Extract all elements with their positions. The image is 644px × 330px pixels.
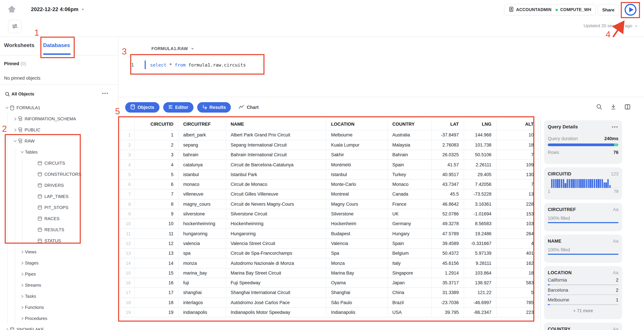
sidebar-item-procedures[interactable]: Procedures <box>0 313 118 324</box>
table-row[interactable]: 88magny_coursCircuit de Nevers Magny-Cou… <box>120 199 538 209</box>
table-cell[interactable]: Hungary <box>388 229 432 239</box>
table-cell[interactable]: 13 <box>496 189 538 199</box>
table-cell[interactable]: Valencia Street Circuit <box>226 239 326 249</box>
table-cell[interactable]: 3 <box>134 150 178 160</box>
table-cell[interactable]: 19 <box>134 308 178 318</box>
home-button[interactable] <box>7 5 17 15</box>
location-value-row[interactable]: Melbourne1 <box>548 297 618 305</box>
table-cell[interactable]: 49.3278 <box>432 219 464 229</box>
table-cell[interactable]: 144.968 <box>464 130 496 140</box>
sidebar-item-lap_times[interactable]: LAP_TIMES <box>0 191 118 202</box>
table-cell[interactable]: 45.5 <box>432 189 464 199</box>
table-cell[interactable]: Silverstone Circuit <box>226 209 326 219</box>
table-cell[interactable]: Singapore <box>388 268 432 278</box>
table-cell[interactable]: 50.5106 <box>464 150 496 160</box>
table-cell[interactable]: 2.26111 <box>464 160 496 170</box>
table-cell[interactable]: Circuit de Spa-Francorchamps <box>226 248 326 258</box>
table-cell[interactable]: 15 <box>134 268 178 278</box>
column-header-LOCATION[interactable]: LOCATION <box>326 118 388 130</box>
table-cell[interactable]: monaco <box>178 179 226 189</box>
sidebar-item-information_schema[interactable]: INFORMATION_SCHEMA <box>0 113 118 124</box>
table-cell[interactable]: 264 <box>496 229 538 239</box>
table-cell[interactable]: albert_park <box>178 130 226 140</box>
context-selector[interactable]: ACCOUNTADMIN COMPUTE_WH <box>504 4 596 15</box>
chevron-right-icon[interactable] <box>20 272 25 276</box>
table-cell[interactable]: 138.927 <box>464 278 496 288</box>
table-cell[interactable]: Japan <box>388 278 432 288</box>
sidebar-item-formula1[interactable]: FORMULA1 <box>0 102 118 113</box>
table-cell[interactable]: 10 <box>496 130 538 140</box>
table-cell[interactable]: 4 <box>496 239 538 249</box>
column-header-CIRCUITREF[interactable]: CIRCUITREF <box>178 118 226 130</box>
sidebar-item-tasks[interactable]: Tasks <box>0 291 118 302</box>
table-cell[interactable]: 26.0325 <box>432 150 464 160</box>
table-row[interactable]: 99silverstoneSilverstone CircuitSilverst… <box>120 209 538 219</box>
table-cell[interactable]: 46.8642 <box>432 199 464 209</box>
table-cell[interactable]: 7.42056 <box>464 179 496 189</box>
sidebar-item-tables[interactable]: Tables <box>0 147 118 158</box>
chevron-right-icon[interactable] <box>12 117 18 121</box>
table-cell[interactable]: hungaroring <box>178 229 226 239</box>
column-header-LNG[interactable]: LNG <box>464 118 496 130</box>
table-row[interactable]: 1818interlagosAutódromo José Carlos Pace… <box>120 298 538 308</box>
table-cell[interactable]: shanghai <box>178 288 226 298</box>
table-cell[interactable]: Shanghai <box>326 288 388 298</box>
table-cell[interactable]: silverstone <box>178 209 226 219</box>
sidebar-item-circuits[interactable]: CIRCUITS <box>0 158 118 169</box>
table-cell[interactable]: villeneuve <box>178 189 226 199</box>
table-row[interactable]: 44catalunyaCircuit de Barcelona-Cataluny… <box>120 160 538 170</box>
table-row[interactable]: 1515marina_bayMarina Bay Street CircuitM… <box>120 268 538 278</box>
table-cell[interactable]: 7 <box>134 189 178 199</box>
table-cell[interactable]: 6 <box>134 179 178 189</box>
table-cell[interactable]: Malaysia <box>388 140 432 150</box>
run-query-button[interactable] <box>622 3 638 17</box>
table-cell[interactable]: Monza <box>326 258 388 268</box>
table-cell[interactable]: Marina Bay <box>326 268 388 278</box>
table-cell[interactable]: -86.2347 <box>464 308 496 318</box>
table-cell[interactable]: spa <box>178 248 226 258</box>
table-cell[interactable]: 45.6156 <box>432 258 464 268</box>
table-cell[interactable]: bahrain <box>178 150 226 160</box>
chevron-down-icon[interactable] <box>4 106 10 109</box>
table-cell[interactable]: valencia <box>178 239 226 249</box>
table-cell[interactable]: 39.4589 <box>432 239 464 249</box>
tab-results[interactable]: Results <box>197 102 231 113</box>
table-cell[interactable]: Autodromo Nazionale di Monza <box>226 258 326 268</box>
table-cell[interactable]: 7 <box>496 179 538 189</box>
table-cell[interactable]: 3.16361 <box>464 199 496 209</box>
table-cell[interactable]: Budapest <box>326 229 388 239</box>
table-cell[interactable]: São Paulo <box>326 298 388 308</box>
table-cell[interactable]: 8 <box>134 199 178 209</box>
sidebar-item-pit_stops[interactable]: PIT_STOPS <box>0 202 118 213</box>
table-cell[interactable]: Fuji Speedway <box>226 278 326 288</box>
table-cell[interactable]: Shanghai International Circuit <box>226 288 326 298</box>
table-cell[interactable]: Sepang International Circuit <box>226 140 326 150</box>
table-cell[interactable]: 101.738 <box>464 140 496 150</box>
table-cell[interactable]: 401 <box>496 248 538 258</box>
table-cell[interactable]: Magny Cours <box>326 199 388 209</box>
table-cell[interactable]: 103.864 <box>464 268 496 278</box>
table-row[interactable]: 77villeneuveCircuit Gilles VilleneuveMon… <box>120 189 538 199</box>
table-cell[interactable]: Melbourne <box>326 130 388 140</box>
column-header-LAT[interactable]: LAT <box>432 118 464 130</box>
column-header-COUNTRY[interactable]: COUNTRY <box>388 118 432 130</box>
objects-menu-button[interactable]: ••• <box>102 91 109 96</box>
table-cell[interactable]: Circuit de Nevers Magny-Cours <box>226 199 326 209</box>
chevron-right-icon[interactable] <box>20 295 25 298</box>
sidebar-item-drivers[interactable]: DRIVERS <box>0 180 118 191</box>
table-cell[interactable]: istanbul <box>178 169 226 179</box>
table-cell[interactable]: Germany <box>388 219 432 229</box>
table-row[interactable]: 1313spaCircuit de Spa-FrancorchampsSpaBe… <box>120 248 538 258</box>
table-cell[interactable]: Istanbul <box>326 169 388 179</box>
table-cell[interactable]: Spa <box>326 248 388 258</box>
table-row[interactable]: 33bahrainBahrain International CircuitSa… <box>120 150 538 160</box>
table-row[interactable]: 66monacoCircuit de MonacoMonte-CarloMona… <box>120 179 538 189</box>
sidebar-item-streams[interactable]: Streams <box>0 280 118 291</box>
table-cell[interactable]: Autódromo José Carlos Pace <box>226 298 326 308</box>
sidebar-item-pipes[interactable]: Pipes <box>0 269 118 280</box>
table-cell[interactable]: Marina Bay Street Circuit <box>226 268 326 278</box>
table-row[interactable]: 11albert_parkAlbert Park Grand Prix Circ… <box>120 130 538 140</box>
chevron-down-icon[interactable] <box>20 151 25 154</box>
chevron-down-icon[interactable] <box>12 140 18 143</box>
table-cell[interactable]: interlagos <box>178 298 226 308</box>
